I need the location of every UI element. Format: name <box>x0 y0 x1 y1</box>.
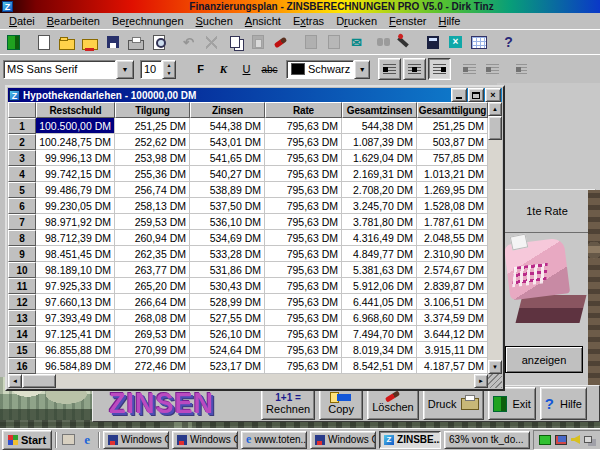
table-cell[interactable]: 530,43 DM <box>190 278 265 294</box>
hilfe-button[interactable]: ? Hilfe <box>540 387 587 420</box>
underline-button[interactable]: U <box>236 59 257 79</box>
row-number-cell[interactable]: 4 <box>8 166 36 182</box>
rechnen-button[interactable]: 1+1 = Rechnen <box>261 387 315 420</box>
table-cell[interactable]: 795,63 DM <box>265 214 342 230</box>
menu-item-fenster[interactable]: Fenster <box>383 14 432 28</box>
color-combo-arrow-icon[interactable]: ▼ <box>354 60 370 79</box>
vertical-scrollbar[interactable]: ▲ ▼ <box>488 102 502 374</box>
open-button[interactable] <box>56 32 77 52</box>
grid-button[interactable] <box>468 32 489 52</box>
menu-item-ansicht[interactable]: Ansicht <box>239 14 287 28</box>
table-cell[interactable]: 540,27 DM <box>190 166 265 182</box>
table-cell[interactable]: 795,63 DM <box>265 198 342 214</box>
table-cell[interactable]: 534,69 DM <box>190 230 265 246</box>
table-cell[interactable]: 795,63 DM <box>265 278 342 294</box>
table-cell[interactable]: 533,28 DM <box>190 246 265 262</box>
tray-display-icon[interactable] <box>555 435 567 445</box>
table-cell[interactable]: 269,53 DM <box>115 326 190 342</box>
table-cell[interactable]: 4.187,57 DM <box>417 358 488 374</box>
font-combo[interactable]: MS Sans Serif ▼ <box>3 60 134 79</box>
table-cell[interactable]: 537,50 DM <box>190 198 265 214</box>
print-button[interactable] <box>125 32 146 52</box>
table-cell[interactable]: 795,63 DM <box>265 230 342 246</box>
table-cell[interactable]: 266,64 DM <box>115 294 190 310</box>
copy-button[interactable]: Copy <box>319 387 363 420</box>
new-button[interactable] <box>33 32 54 52</box>
table-cell[interactable]: 98.712,39 DM <box>36 230 115 246</box>
table-cell[interactable]: 8.542,51 DM <box>342 358 417 374</box>
row-number-cell[interactable]: 9 <box>8 246 36 262</box>
horizontal-scroll-track[interactable] <box>56 374 474 388</box>
maximize-button[interactable] <box>468 88 484 102</box>
table-cell[interactable]: 3.644,12 DM <box>417 326 488 342</box>
row-number-cell[interactable]: 14 <box>8 326 36 342</box>
size-up-icon[interactable]: ▲ <box>163 61 175 70</box>
table-cell[interactable]: 795,63 DM <box>265 166 342 182</box>
align-center-button[interactable] <box>403 58 426 80</box>
table-cell[interactable]: 2.169,31 DM <box>342 166 417 182</box>
table-cell[interactable]: 795,63 DM <box>265 342 342 358</box>
table-cell[interactable]: 1.269,95 DM <box>417 182 488 198</box>
preview-button[interactable] <box>148 32 169 52</box>
table-cell[interactable]: 2.708,20 DM <box>342 182 417 198</box>
scroll-left-icon[interactable]: ◄ <box>8 374 22 388</box>
table-cell[interactable]: 543,01 DM <box>190 134 265 150</box>
menu-item-berechnungen[interactable]: Berechnungen <box>106 14 190 28</box>
bold-button[interactable]: F <box>190 59 211 79</box>
table-cell[interactable]: 1.087,39 DM <box>342 134 417 150</box>
table-cell[interactable]: 260,94 DM <box>115 230 190 246</box>
table-cell[interactable]: 795,63 DM <box>265 118 342 134</box>
table-cell[interactable]: 536,10 DM <box>190 214 265 230</box>
task-button-4[interactable]: Windows C... <box>310 431 376 449</box>
table-cell[interactable]: 268,08 DM <box>115 310 190 326</box>
row-number-cell[interactable]: 3 <box>8 150 36 166</box>
table-cell[interactable]: 795,63 DM <box>265 310 342 326</box>
table-cell[interactable]: 1.528,08 DM <box>417 198 488 214</box>
font-size-arrows[interactable]: ▲▼ <box>162 60 176 79</box>
table-cell[interactable]: 262,35 DM <box>115 246 190 262</box>
table-cell[interactable]: 256,74 DM <box>115 182 190 198</box>
table-cell[interactable]: 8.019,34 DM <box>342 342 417 358</box>
row-number-cell[interactable]: 10 <box>8 262 36 278</box>
table-cell[interactable]: 2.574,67 DM <box>417 262 488 278</box>
color-combo[interactable]: Schwarz ▼ <box>286 60 370 79</box>
table-cell[interactable]: 3.374,59 DM <box>417 310 488 326</box>
table-cell[interactable]: 258,13 DM <box>115 198 190 214</box>
row-number-cell[interactable]: 2 <box>8 134 36 150</box>
column-header-gesamttilgung[interactable]: Gesamttilgung <box>417 102 488 118</box>
table-cell[interactable]: 98.451,45 DM <box>36 246 115 262</box>
table-cell[interactable]: 3.106,51 DM <box>417 294 488 310</box>
calculator-button[interactable] <box>422 32 443 52</box>
scroll-down-icon[interactable]: ▼ <box>488 360 502 374</box>
row-number-cell[interactable]: 12 <box>8 294 36 310</box>
menu-item-bearbeiten[interactable]: Bearbeiten <box>41 14 106 28</box>
table-cell[interactable]: 100.248,75 DM <box>36 134 115 150</box>
table-cell[interactable]: 272,46 DM <box>115 358 190 374</box>
tools-button[interactable] <box>392 32 413 52</box>
menu-item-drucken[interactable]: Drucken <box>330 14 383 28</box>
table-cell[interactable]: 259,53 DM <box>115 214 190 230</box>
close-button[interactable]: × <box>485 88 501 102</box>
table-cell[interactable]: 3.915,11 DM <box>417 342 488 358</box>
table-cell[interactable]: 4.849,77 DM <box>342 246 417 262</box>
table-cell[interactable]: 795,63 DM <box>265 262 342 278</box>
scroll-right-icon[interactable]: ► <box>474 374 488 388</box>
table-cell[interactable]: 99.230,05 DM <box>36 198 115 214</box>
start-button[interactable]: Start <box>2 430 52 450</box>
table-cell[interactable]: 99.486,79 DM <box>36 182 115 198</box>
table-cell[interactable]: 523,17 DM <box>190 358 265 374</box>
table-cell[interactable]: 6.441,05 DM <box>342 294 417 310</box>
table-cell[interactable]: 541,65 DM <box>190 150 265 166</box>
scroll-up-icon[interactable]: ▲ <box>488 102 502 116</box>
open-dat-button[interactable] <box>79 32 100 52</box>
table-cell[interactable]: 97.925,33 DM <box>36 278 115 294</box>
menu-item-extras[interactable]: Extras <box>287 14 330 28</box>
exit-button[interactable] <box>3 32 24 52</box>
table-cell[interactable]: 528,99 DM <box>190 294 265 310</box>
row-number-cell[interactable]: 8 <box>8 230 36 246</box>
table-cell[interactable]: 795,63 DM <box>265 134 342 150</box>
row-number-cell[interactable]: 15 <box>8 342 36 358</box>
column-header-restschuld[interactable]: Restschuld <box>36 102 115 118</box>
font-size-spinner[interactable]: 10 ▲▼ <box>140 60 176 79</box>
quicklaunch-desktop-button[interactable] <box>60 432 76 448</box>
